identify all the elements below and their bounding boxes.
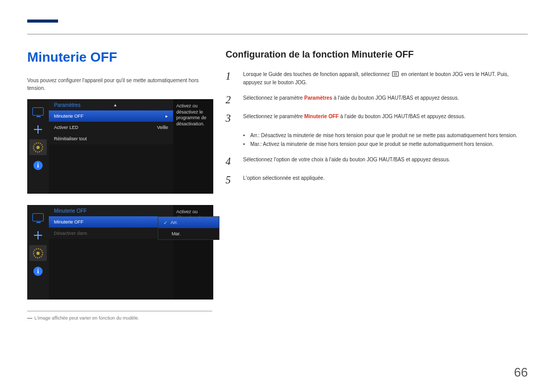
step-number: 2: [226, 94, 234, 105]
emphasis-text: Minuterie OFF: [304, 114, 339, 119]
submenu-label: Arr.: [171, 220, 178, 225]
step-number: 5: [226, 174, 234, 185]
osd-row-minuterie-off: Minuterie OFF ▸: [49, 110, 173, 122]
text: Sélectionnez le paramètre: [243, 95, 304, 101]
text: à l'aide du bouton JOG HAUT/BAS et appuy…: [332, 95, 459, 101]
bullet-mar: Mar.: Activez la minuterie de mise hors …: [243, 140, 528, 148]
osd-row-label: Désactiver dans: [54, 231, 87, 236]
osd-row-value: Veille: [157, 125, 168, 130]
text: : Désactivez la minuterie de mise hors t…: [258, 133, 517, 138]
monitor-icon: [32, 107, 44, 116]
emphasis-text: Arr.: [250, 133, 258, 138]
chevron-right-icon: ▸: [165, 114, 168, 119]
gear-icon: [33, 248, 43, 258]
step-1: 1 Lorsque le Guide des touches de foncti…: [226, 70, 528, 87]
up-arrow-icon: ▴: [114, 102, 117, 107]
osd-row-reinitialiser: Réinitialiser tout: [49, 133, 173, 144]
step-number: 1: [226, 70, 234, 82]
osd-tab-position: [29, 227, 47, 243]
footnote: L'image affichée peut varier en fonction…: [27, 315, 213, 321]
emphasis-text: Mar.: [250, 141, 260, 147]
bullet-text: Arr.: Désactivez la minuterie de mise ho…: [250, 131, 517, 140]
horizontal-rule: [27, 311, 212, 311]
gear-icon: [33, 142, 43, 153]
text: Lorsque le Guide des touches de fonction…: [243, 71, 391, 77]
section-tab-mark: [27, 20, 58, 23]
dash-icon: [27, 318, 32, 319]
step-text: L'option sélectionnée est appliquée.: [243, 174, 528, 182]
step-5: 5 L'option sélectionnée est appliquée.: [226, 174, 528, 185]
step-number: 3: [226, 113, 234, 124]
osd-row-label: Minuterie OFF: [54, 114, 84, 119]
check-icon: ✓: [163, 220, 168, 226]
osd-tab-settings: [29, 139, 47, 155]
osd-tab-position: [29, 121, 47, 137]
osd-row-label: Réinitialiser tout: [54, 136, 87, 141]
footnote-text: L'image affichée peut varier en fonction…: [34, 315, 139, 321]
submenu-row-arr: ✓ Arr.: [158, 217, 219, 228]
step-number: 4: [226, 156, 234, 167]
step-3: 3 Sélectionnez le paramètre Minuterie OF…: [226, 113, 528, 124]
text: Sélectionnez le paramètre: [243, 114, 304, 119]
emphasis-text: Paramètres: [304, 95, 332, 101]
osd-tab-info: i: [29, 263, 47, 279]
info-icon: i: [33, 267, 43, 276]
osd-tab-settings: [29, 245, 47, 261]
move-icon: [33, 230, 43, 240]
monitor-icon: [32, 213, 44, 221]
intro-text: Vous pouvez configurer l'appareil pour q…: [27, 77, 213, 92]
osd-tab-picture: [29, 103, 47, 119]
text: : Activez la minuterie de mise hors tens…: [260, 141, 493, 147]
step-text: Sélectionnez le paramètre Paramètres à l…: [243, 94, 528, 102]
move-icon: [33, 124, 43, 135]
page-number: 66: [514, 365, 528, 380]
submenu-row-mar: Mar.: [158, 228, 219, 239]
bullet-list: Arr.: Désactivez la minuterie de mise ho…: [243, 131, 528, 148]
page-title: Minuterie OFF: [27, 49, 213, 65]
horizontal-rule: [27, 34, 528, 34]
bullet-icon: [243, 131, 245, 140]
bullet-text: Mar.: Activez la minuterie de mise hors …: [250, 140, 494, 148]
section-heading: Configuration de la fonction Minuterie O…: [226, 49, 528, 60]
osd-screenshot-minuterie-submenu: i Minuterie OFF Minuterie OFF Désactiver…: [27, 205, 213, 300]
osd-row-desactiver-dans: Désactiver dans: [49, 228, 173, 239]
osd-description: Activez ou désactivez le programme de dé…: [173, 99, 213, 194]
osd-row-activer-led: Activer LED Veille: [49, 122, 173, 133]
bullet-icon: [243, 140, 245, 148]
osd-screenshot-parametres: i Paramètres ▴ Minuterie OFF ▸ Activer L…: [27, 99, 213, 194]
step-text: Sélectionnez l'option de votre choix à l…: [243, 156, 528, 164]
osd-title: Paramètres: [54, 102, 81, 108]
info-icon: i: [33, 161, 43, 170]
submenu-label: Mar.: [172, 231, 181, 236]
step-text: Sélectionnez le paramètre Minuterie OFF …: [243, 113, 528, 121]
step-text: Lorsque le Guide des touches de fonction…: [243, 70, 528, 87]
menu-icon: [392, 71, 399, 77]
osd-submenu: ✓ Arr. Mar.: [158, 216, 219, 240]
osd-tab-picture: [29, 209, 47, 225]
osd-title: Minuterie OFF: [54, 208, 87, 214]
osd-tab-info: i: [29, 157, 47, 173]
osd-row-label: Activer LED: [54, 125, 79, 130]
step-4: 4 Sélectionnez l'option de votre choix à…: [226, 156, 528, 167]
osd-row-label: Minuterie OFF: [54, 219, 84, 225]
step-2: 2 Sélectionnez le paramètre Paramètres à…: [226, 94, 528, 105]
osd-row-minuterie-off: Minuterie OFF: [49, 216, 173, 228]
bullet-arr: Arr.: Désactivez la minuterie de mise ho…: [243, 131, 528, 140]
text: à l'aide du bouton JOG HAUT/BAS et appuy…: [339, 114, 466, 119]
